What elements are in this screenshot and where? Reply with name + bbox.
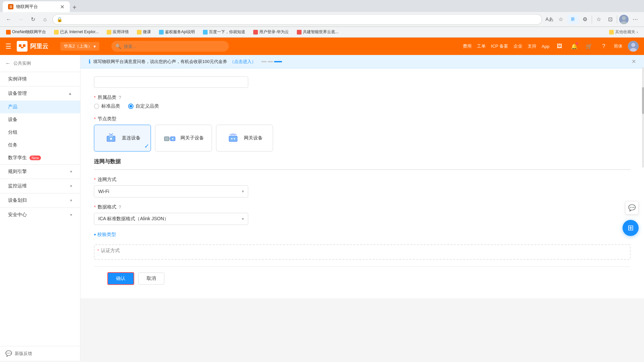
category-help-icon[interactable]: ? <box>118 95 121 100</box>
bookmark-app[interactable]: 应用详情 <box>105 28 131 36</box>
sidebar-device-label: 设备 <box>8 117 17 122</box>
nav-simplified[interactable]: 简体 <box>614 43 623 49</box>
radio-custom-circle <box>128 104 133 109</box>
gateway-icon <box>226 131 240 145</box>
progress-dot-3 <box>274 61 282 62</box>
banner-close-icon[interactable]: ✕ <box>632 58 636 65</box>
bookmark-baidu[interactable]: 百度一下，你就知道 <box>201 28 247 36</box>
home-button[interactable]: ⌂ <box>40 15 50 24</box>
radio-custom-label: 自定义品类 <box>136 103 159 109</box>
settings-icon[interactable]: ⚙ <box>580 15 590 24</box>
bookmark-more[interactable]: 其他收藏夹 › <box>607 28 640 36</box>
nav-icp[interactable]: ICP 备案 <box>491 43 508 49</box>
scrollbar[interactable] <box>642 67 644 168</box>
node-type-label: * 节点类型 <box>94 116 631 122</box>
bookmark-mooc[interactable]: 微课 <box>135 28 153 36</box>
logo-icon <box>17 41 28 52</box>
data-format-value: ICA 标准数据格式（Alink JSON） <box>98 216 169 222</box>
top-nav: ☰ 阿里云 华东2（上海） ▾ 🔍 费用 工单 ICP 备案 企业 支持 App… <box>0 38 644 55</box>
top-nav-search: 🔍 <box>111 41 229 52</box>
data-format-help-icon[interactable]: ? <box>118 204 121 210</box>
node-card-gateway[interactable]: 网关设备 <box>216 125 273 152</box>
floating-grid-button[interactable]: ⊞ <box>623 220 639 236</box>
favorites-icon[interactable]: ☆ <box>594 15 603 24</box>
sidebar-device-assign-label: 设备划归 <box>8 197 27 203</box>
sidebar-item-rules[interactable]: 规则引擎 ▾ <box>0 165 80 179</box>
extension-icon[interactable]: 新 <box>568 15 578 24</box>
notification-link[interactable]: （点击进入） <box>230 59 256 65</box>
sidebar-item-group[interactable]: 分组 <box>0 126 80 139</box>
direct-device-label: 直连设备 <box>122 135 141 141</box>
bookmark-cloud[interactable]: 共建智能世界云底... <box>295 28 340 36</box>
collections-icon[interactable]: ⊡ <box>605 15 615 24</box>
network-select[interactable]: Wi-Fi ▾ <box>94 185 248 197</box>
bookmark-api[interactable]: 鉴权服务Api说明 <box>157 28 197 36</box>
help-icon[interactable]: ? <box>599 42 608 51</box>
browser-tab[interactable]: 云 物联网平台 ✕ <box>3 1 70 12</box>
tab-close-icon[interactable]: ✕ <box>60 4 64 10</box>
address-input[interactable]: https://iot.console.aliyun.com/product/c… <box>64 17 538 22</box>
form-row-node-type: * 节点类型 <box>94 116 631 152</box>
new-tab-button[interactable]: + <box>70 3 79 12</box>
forward-button[interactable]: → <box>16 15 25 24</box>
image-icon[interactable]: 🖼 <box>555 42 564 51</box>
nav-fees[interactable]: 费用 <box>463 43 472 49</box>
logo-text: 阿里云 <box>30 42 48 50</box>
form-row-validation: ▾ 校验类型 <box>94 232 631 238</box>
back-button[interactable]: ← <box>4 15 13 24</box>
sidebar-item-device-mgmt[interactable]: 设备管理 ▲ <box>0 86 80 101</box>
sidebar-item-task[interactable]: 任务 <box>0 139 80 152</box>
bookmark-huawei[interactable]: 用户登录-华为云 <box>251 28 291 36</box>
radio-custom-category[interactable]: 自定义品类 <box>128 103 159 109</box>
node-card-direct[interactable]: 直连设备 ✓ <box>94 125 151 152</box>
search-input[interactable] <box>124 44 225 49</box>
floating-chat-button[interactable]: 💬 <box>625 201 639 215</box>
cart-icon[interactable]: 🛒 <box>584 42 594 51</box>
bell-icon[interactable]: 🔔 <box>570 42 579 51</box>
radio-standard-category[interactable]: 标准品类 <box>94 103 120 109</box>
bookmark-ie[interactable]: 已从 Internet Explor... <box>52 28 101 36</box>
sidebar-back[interactable]: ← 公共实例 <box>0 55 80 72</box>
network-dropdown-icon: ▾ <box>242 189 244 194</box>
svg-rect-11 <box>110 141 112 142</box>
sidebar-item-device-assign[interactable]: 设备划归 ▾ <box>0 193 80 207</box>
nav-order[interactable]: 工单 <box>477 43 486 49</box>
category-label: * 所属品类 ? <box>94 95 631 101</box>
address-bar[interactable]: 🔒 https://iot.console.aliyun.com/product… <box>52 14 542 25</box>
network-section-title: 连网与数据 <box>94 158 631 170</box>
region-selector[interactable]: 华东2（上海） ▾ <box>60 42 99 51</box>
sidebar-item-digital-twin[interactable]: 数字孪生 New <box>0 152 80 164</box>
bookmarks-bar: OneNet物联网平台 已从 Internet Explor... 应用详情 微… <box>0 27 644 38</box>
nav-support[interactable]: 支持 <box>528 43 536 49</box>
confirm-button[interactable]: 确认 <box>107 272 134 285</box>
profile-avatar[interactable] <box>619 15 629 24</box>
translate-icon[interactable]: Aあ <box>545 15 554 24</box>
nav-enterprise[interactable]: 企业 <box>514 43 522 49</box>
sidebar-item-device[interactable]: 设备 <box>0 113 80 126</box>
menu-icon[interactable]: ⋯ <box>631 15 640 24</box>
browser-tab-bar: 云 物联网平台 ✕ + <box>0 0 644 12</box>
refresh-button[interactable]: ↻ <box>28 15 38 24</box>
sidebar-item-product[interactable]: 产品 <box>0 101 80 113</box>
svg-point-15 <box>172 138 173 139</box>
star-icon[interactable]: ☆ <box>556 15 566 24</box>
validation-link[interactable]: ▾ 校验类型 <box>94 232 631 238</box>
form-row-network: * 连网方式 Wi-Fi ▾ <box>94 177 631 197</box>
notification-dot <box>576 42 578 45</box>
radio-standard-label: 标准品类 <box>101 103 120 109</box>
sidebar-footer[interactable]: 💬 新版反馈 <box>0 346 80 361</box>
sidebar-item-instance[interactable]: 实例详情 <box>0 72 80 86</box>
product-name-input[interactable]: 门禁系统 <box>94 76 248 88</box>
scrollbar-thumb[interactable] <box>642 87 644 114</box>
sidebar-item-monitor[interactable]: 监控运维 ▾ <box>0 179 80 193</box>
user-avatar[interactable] <box>628 41 639 52</box>
form-row-product-name: 门禁系统 <box>94 76 631 88</box>
sidebar-item-security[interactable]: 安全中心 ▾ <box>0 208 80 222</box>
node-type-cards: 直连设备 ✓ <box>94 125 631 152</box>
cancel-button[interactable]: 取消 <box>138 273 164 285</box>
data-format-select[interactable]: ICA 标准数据格式（Alink JSON） ▾ <box>94 213 248 225</box>
bookmark-onenet[interactable]: OneNet物联网平台 <box>4 28 48 36</box>
nav-app[interactable]: App <box>542 44 549 49</box>
node-card-gateway-sub[interactable]: 网关子设备 <box>155 125 212 152</box>
hamburger-menu[interactable]: ☰ <box>5 42 11 50</box>
